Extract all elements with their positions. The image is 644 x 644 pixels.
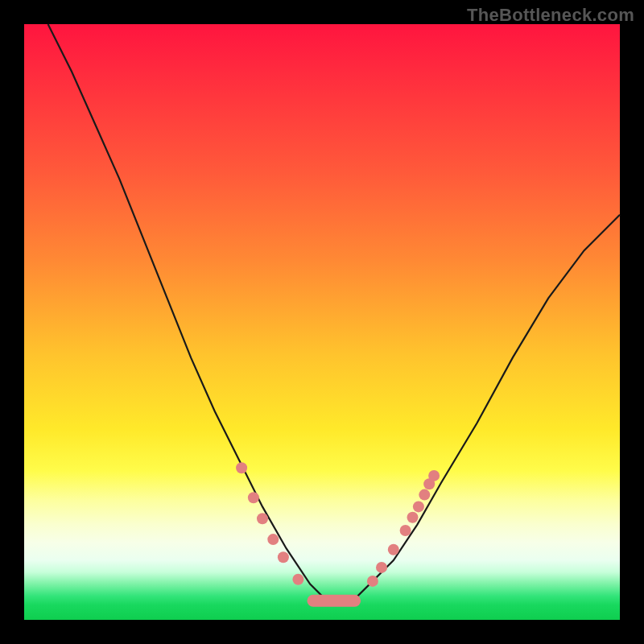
curve-marker-pill <box>308 595 361 607</box>
curve-marker-dot <box>413 501 424 512</box>
curve-marker-dot <box>400 525 411 536</box>
curve-marker-dot <box>292 574 303 585</box>
curve-marker-dot <box>278 551 289 563</box>
curve-marker-dot <box>376 562 387 573</box>
curve-marker-dot <box>428 470 440 481</box>
plot-area <box>24 24 620 620</box>
curve-marker-dot <box>367 576 378 587</box>
curve-markers <box>236 462 440 607</box>
curve-marker-dot <box>407 512 419 523</box>
bottleneck-curve-line <box>48 24 620 602</box>
chart-container: TheBottleneck.com <box>0 0 644 644</box>
curve-marker-dot <box>236 462 247 473</box>
curve-marker-dot <box>388 544 399 555</box>
curve-marker-dot <box>248 492 259 503</box>
curve-marker-dot <box>257 513 268 524</box>
curve-marker-dot <box>419 489 430 501</box>
curve-marker-dot <box>267 534 279 545</box>
watermark-text: TheBottleneck.com <box>467 5 634 26</box>
curve-svg <box>24 24 620 620</box>
